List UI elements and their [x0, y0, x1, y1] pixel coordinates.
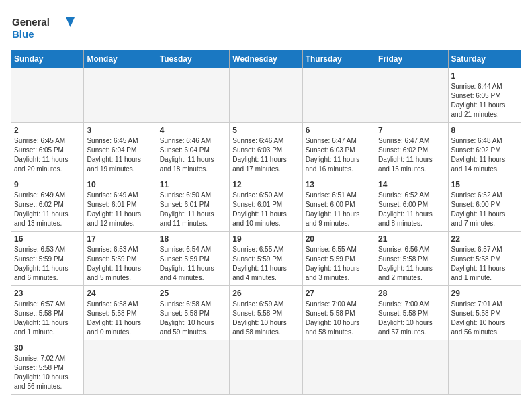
day-info: Sunrise: 7:00 AM Sunset: 5:58 PM Dayligh… [378, 300, 445, 337]
day-info: Sunrise: 6:45 AM Sunset: 6:04 PM Dayligh… [87, 136, 153, 174]
weekday-header-monday: Monday [84, 50, 157, 68]
day-number: 19 [232, 234, 299, 244]
calendar-cell: 17Sunrise: 6:53 AM Sunset: 5:59 PM Dayli… [84, 232, 157, 286]
day-number: 7 [378, 126, 445, 135]
day-info: Sunrise: 6:51 AM Sunset: 6:00 PM Dayligh… [306, 191, 372, 228]
svg-text:General: General [12, 16, 50, 28]
day-info: Sunrise: 6:57 AM Sunset: 5:58 PM Dayligh… [14, 300, 81, 337]
day-number: 15 [451, 180, 518, 189]
day-info: Sunrise: 6:58 AM Sunset: 5:58 PM Dayligh… [87, 300, 153, 337]
calendar-week-row: 16Sunrise: 6:53 AM Sunset: 5:59 PM Dayli… [11, 232, 521, 286]
day-info: Sunrise: 6:53 AM Sunset: 5:59 PM Dayligh… [87, 245, 153, 283]
day-number: 20 [306, 234, 372, 244]
day-number: 24 [87, 289, 153, 298]
day-info: Sunrise: 6:58 AM Sunset: 5:58 PM Dayligh… [160, 300, 226, 337]
calendar-cell: 3Sunrise: 6:45 AM Sunset: 6:04 PM Daylig… [84, 123, 157, 177]
calendar-cell: 26Sunrise: 6:59 AM Sunset: 5:58 PM Dayli… [230, 286, 302, 340]
calendar-table: SundayMondayTuesdayWednesdayThursdayFrid… [11, 50, 521, 395]
calendar-cell: 8Sunrise: 6:48 AM Sunset: 6:02 PM Daylig… [448, 123, 521, 177]
day-info: Sunrise: 7:00 AM Sunset: 5:58 PM Dayligh… [306, 300, 372, 337]
calendar-cell: 27Sunrise: 7:00 AM Sunset: 5:58 PM Dayli… [302, 286, 375, 340]
calendar-cell: 1Sunrise: 6:44 AM Sunset: 6:05 PM Daylig… [448, 68, 521, 123]
svg-text:Blue: Blue [12, 28, 34, 40]
calendar-week-row: 2Sunrise: 6:45 AM Sunset: 6:05 PM Daylig… [11, 123, 521, 177]
calendar-week-row: 9Sunrise: 6:49 AM Sunset: 6:02 PM Daylig… [11, 177, 521, 232]
calendar-cell [157, 68, 229, 123]
calendar-week-row: 30Sunrise: 7:02 AM Sunset: 5:58 PM Dayli… [11, 340, 521, 395]
calendar-cell: 20Sunrise: 6:55 AM Sunset: 5:59 PM Dayli… [302, 232, 375, 286]
day-number: 18 [160, 234, 226, 244]
calendar-cell: 28Sunrise: 7:00 AM Sunset: 5:58 PM Dayli… [375, 286, 448, 340]
calendar-cell: 25Sunrise: 6:58 AM Sunset: 5:58 PM Dayli… [157, 286, 229, 340]
day-number: 12 [232, 180, 299, 189]
calendar-cell: 24Sunrise: 6:58 AM Sunset: 5:58 PM Dayli… [84, 286, 157, 340]
day-info: Sunrise: 6:53 AM Sunset: 5:59 PM Dayligh… [14, 245, 81, 283]
weekday-header-friday: Friday [375, 50, 448, 68]
calendar-cell: 19Sunrise: 6:55 AM Sunset: 5:59 PM Dayli… [230, 232, 302, 286]
day-info: Sunrise: 6:47 AM Sunset: 6:02 PM Dayligh… [378, 136, 445, 174]
calendar-cell: 10Sunrise: 6:49 AM Sunset: 6:01 PM Dayli… [84, 177, 157, 232]
day-info: Sunrise: 6:55 AM Sunset: 5:59 PM Dayligh… [306, 245, 372, 283]
day-info: Sunrise: 6:50 AM Sunset: 6:01 PM Dayligh… [160, 191, 226, 228]
weekday-header-tuesday: Tuesday [157, 50, 229, 68]
calendar-week-row: 23Sunrise: 6:57 AM Sunset: 5:58 PM Dayli… [11, 286, 521, 340]
weekday-header-wednesday: Wednesday [230, 50, 302, 68]
day-number: 5 [232, 126, 299, 135]
day-number: 21 [378, 234, 445, 244]
calendar-cell [375, 340, 448, 395]
calendar-cell: 16Sunrise: 6:53 AM Sunset: 5:59 PM Dayli… [11, 232, 84, 286]
calendar-cell: 14Sunrise: 6:52 AM Sunset: 6:00 PM Dayli… [375, 177, 448, 232]
day-number: 25 [160, 289, 226, 298]
day-info: Sunrise: 6:48 AM Sunset: 6:02 PM Dayligh… [451, 136, 518, 174]
day-info: Sunrise: 6:46 AM Sunset: 6:03 PM Dayligh… [232, 136, 299, 174]
calendar-cell [84, 68, 157, 123]
calendar-cell: 11Sunrise: 6:50 AM Sunset: 6:01 PM Dayli… [157, 177, 229, 232]
svg-marker-2 [66, 17, 75, 27]
day-number: 2 [14, 126, 81, 135]
day-number: 1 [451, 71, 518, 81]
day-info: Sunrise: 6:59 AM Sunset: 5:58 PM Dayligh… [232, 300, 299, 337]
calendar-cell: 4Sunrise: 6:46 AM Sunset: 6:04 PM Daylig… [157, 123, 229, 177]
calendar-cell: 5Sunrise: 6:46 AM Sunset: 6:03 PM Daylig… [230, 123, 302, 177]
day-number: 22 [451, 234, 518, 244]
day-info: Sunrise: 6:57 AM Sunset: 5:58 PM Dayligh… [451, 245, 518, 283]
day-info: Sunrise: 6:46 AM Sunset: 6:04 PM Dayligh… [160, 136, 226, 174]
calendar-cell [11, 68, 84, 123]
day-info: Sunrise: 6:49 AM Sunset: 6:02 PM Dayligh… [14, 191, 81, 228]
day-number: 3 [87, 126, 153, 135]
calendar-cell [230, 340, 302, 395]
day-number: 4 [160, 126, 226, 135]
day-number: 13 [306, 180, 372, 189]
calendar-cell [302, 68, 375, 123]
logo-svg: General Blue [11, 11, 78, 44]
calendar-cell: 21Sunrise: 6:56 AM Sunset: 5:58 PM Dayli… [375, 232, 448, 286]
day-info: Sunrise: 7:02 AM Sunset: 5:58 PM Dayligh… [14, 354, 81, 392]
calendar-cell: 22Sunrise: 6:57 AM Sunset: 5:58 PM Dayli… [448, 232, 521, 286]
calendar-cell: 18Sunrise: 6:54 AM Sunset: 5:59 PM Dayli… [157, 232, 229, 286]
day-number: 29 [451, 289, 518, 298]
day-info: Sunrise: 6:49 AM Sunset: 6:01 PM Dayligh… [87, 191, 153, 228]
day-info: Sunrise: 6:45 AM Sunset: 6:05 PM Dayligh… [14, 136, 81, 174]
weekday-header-saturday: Saturday [448, 50, 521, 68]
calendar-cell: 15Sunrise: 6:52 AM Sunset: 6:00 PM Dayli… [448, 177, 521, 232]
day-number: 16 [14, 234, 81, 244]
calendar-cell: 13Sunrise: 6:51 AM Sunset: 6:00 PM Dayli… [302, 177, 375, 232]
weekday-header-row: SundayMondayTuesdayWednesdayThursdayFrid… [11, 50, 521, 68]
calendar-cell: 12Sunrise: 6:50 AM Sunset: 6:01 PM Dayli… [230, 177, 302, 232]
calendar-cell [448, 340, 521, 395]
day-number: 11 [160, 180, 226, 189]
day-number: 28 [378, 289, 445, 298]
day-info: Sunrise: 7:01 AM Sunset: 5:58 PM Dayligh… [451, 300, 518, 337]
day-number: 6 [306, 126, 372, 135]
day-info: Sunrise: 6:50 AM Sunset: 6:01 PM Dayligh… [232, 191, 299, 228]
day-number: 10 [87, 180, 153, 189]
day-number: 30 [14, 343, 81, 353]
calendar-cell: 7Sunrise: 6:47 AM Sunset: 6:02 PM Daylig… [375, 123, 448, 177]
calendar-cell: 6Sunrise: 6:47 AM Sunset: 6:03 PM Daylig… [302, 123, 375, 177]
calendar-cell [375, 68, 448, 123]
calendar-cell [302, 340, 375, 395]
day-info: Sunrise: 6:54 AM Sunset: 5:59 PM Dayligh… [160, 245, 226, 283]
logo: General Blue [11, 11, 78, 44]
day-number: 8 [451, 126, 518, 135]
day-info: Sunrise: 6:44 AM Sunset: 6:05 PM Dayligh… [451, 82, 518, 120]
